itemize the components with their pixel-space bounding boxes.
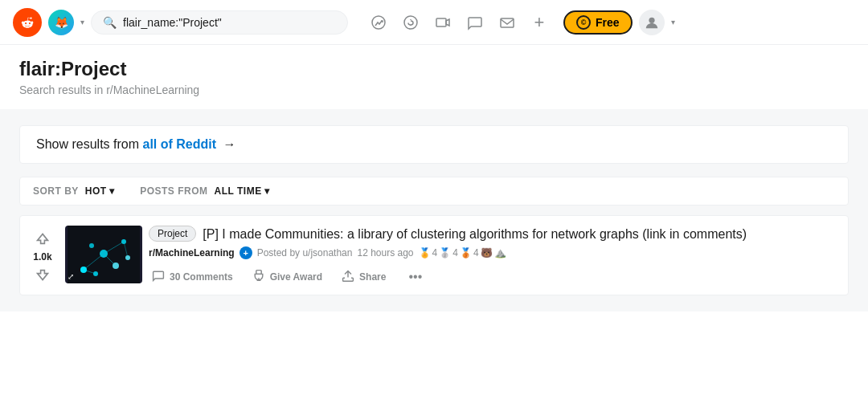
post-actions: 30 Comments Give Award	[149, 266, 841, 288]
comments-icon	[152, 269, 165, 285]
chat-icon[interactable]	[461, 8, 489, 37]
downvote-button[interactable]	[33, 266, 52, 285]
post-thumbnail[interactable]: ⤢	[65, 226, 142, 283]
profile-icon[interactable]	[639, 10, 665, 35]
post-card: 1.0k	[19, 215, 849, 295]
page-header: flair:Project Search results in r/Machin…	[0, 45, 868, 109]
profile-chevron-icon[interactable]: ▾	[671, 18, 675, 26]
top-nav: 🦊 ▾ 🔍 flair_name:"Project"	[0, 0, 868, 45]
svg-point-17	[113, 263, 119, 269]
svg-point-2	[404, 16, 417, 29]
award-2-count: 4	[452, 247, 458, 258]
post-header: Project [P] I made Communities: a librar…	[149, 226, 841, 243]
award-1-emoji: 🏅	[419, 247, 431, 258]
posts-from-label: POSTS FROM	[140, 185, 207, 197]
sort-bar: SORT BY HOT ▾ POSTS FROM ALL TIME ▾	[19, 177, 849, 206]
free-label: Free	[596, 16, 620, 29]
free-button[interactable]: © Free	[563, 10, 633, 35]
search-input-value[interactable]: flair_name:"Project"	[123, 16, 222, 29]
svg-rect-21	[256, 271, 261, 275]
award-2-emoji: 🥈	[439, 247, 451, 258]
vote-count: 1.0k	[33, 251, 51, 263]
svg-point-14	[80, 267, 87, 273]
posts-from-button[interactable]: ALL TIME ▾	[215, 185, 270, 197]
more-options-button[interactable]: •••	[402, 267, 428, 287]
svg-point-19	[125, 255, 130, 260]
search-bar[interactable]: 🔍 flair_name:"Project"	[91, 10, 348, 35]
sort-by-label: SORT BY	[33, 185, 79, 197]
awards-row: 🏅 4 🥈 4 🥉 4 🐻 ⛰️	[419, 247, 506, 258]
svg-point-16	[121, 239, 126, 244]
comments-label: 30 Comments	[170, 271, 233, 283]
post-title[interactable]: [P] I made Communities: a library of clu…	[203, 226, 747, 243]
search-icon: 🔍	[103, 16, 117, 29]
all-of-reddit-link[interactable]: all of Reddit	[142, 137, 216, 151]
svg-point-7	[649, 17, 654, 22]
award-3-emoji: 🥉	[460, 247, 472, 258]
vote-column: 1.0k	[27, 226, 59, 288]
user-avatar[interactable]: 🦊	[48, 10, 74, 35]
comments-button[interactable]: 30 Comments	[149, 266, 236, 288]
svg-rect-5	[436, 18, 446, 26]
award-3-count: 4	[473, 247, 479, 258]
posted-by: Posted by u/jsonathan	[257, 247, 353, 258]
join-icon[interactable]: +	[240, 246, 252, 259]
flair-badge[interactable]: Project	[149, 226, 196, 242]
results-area: Show results from all of Reddit → SORT B…	[0, 109, 868, 311]
post-body: Project [P] I made Communities: a librar…	[149, 226, 841, 288]
coins-icon[interactable]	[396, 8, 425, 37]
video-icon[interactable]	[428, 8, 457, 37]
hot-chevron-icon: ▾	[109, 185, 115, 197]
svg-point-15	[100, 250, 108, 258]
award-5-emoji: ⛰️	[494, 247, 506, 258]
show-results-prefix: Show results from	[36, 137, 142, 151]
nav-icons: +	[364, 8, 554, 37]
share-button[interactable]: Share	[338, 266, 389, 288]
mail-icon[interactable]	[493, 8, 522, 37]
share-label: Share	[359, 271, 386, 283]
create-post-button[interactable]: +	[525, 8, 554, 37]
page-subtitle: Search results in r/MachineLearning	[19, 83, 849, 96]
time-chevron-icon: ▾	[264, 185, 270, 197]
award-1-count: 4	[432, 247, 438, 258]
coins-badge-icon: ©	[576, 15, 591, 30]
share-icon	[342, 269, 354, 285]
reddit-logo[interactable]	[13, 8, 42, 37]
give-award-button[interactable]: Give Award	[249, 266, 326, 288]
svg-point-18	[93, 271, 98, 276]
page-title: flair:Project	[19, 58, 849, 80]
arrow-right-icon: →	[223, 137, 236, 151]
expand-thumbnail-icon[interactable]: ⤢	[68, 272, 74, 281]
post-meta: r/MachineLearning + Posted by u/jsonatha…	[149, 246, 841, 259]
svg-rect-6	[501, 18, 514, 27]
subreddit-name[interactable]: r/MachineLearning	[149, 247, 235, 258]
user-chevron-icon[interactable]: ▾	[80, 18, 84, 26]
time-ago: 12 hours ago	[357, 247, 413, 258]
svg-point-20	[89, 243, 94, 248]
award-icon	[252, 269, 265, 285]
sort-hot-button[interactable]: HOT ▾	[85, 185, 114, 197]
show-results-card: Show results from all of Reddit →	[19, 125, 849, 164]
give-award-label: Give Award	[270, 271, 322, 283]
award-4-emoji: 🐻	[481, 247, 493, 258]
upvote-button[interactable]	[33, 229, 52, 248]
trending-icon[interactable]	[364, 8, 393, 37]
